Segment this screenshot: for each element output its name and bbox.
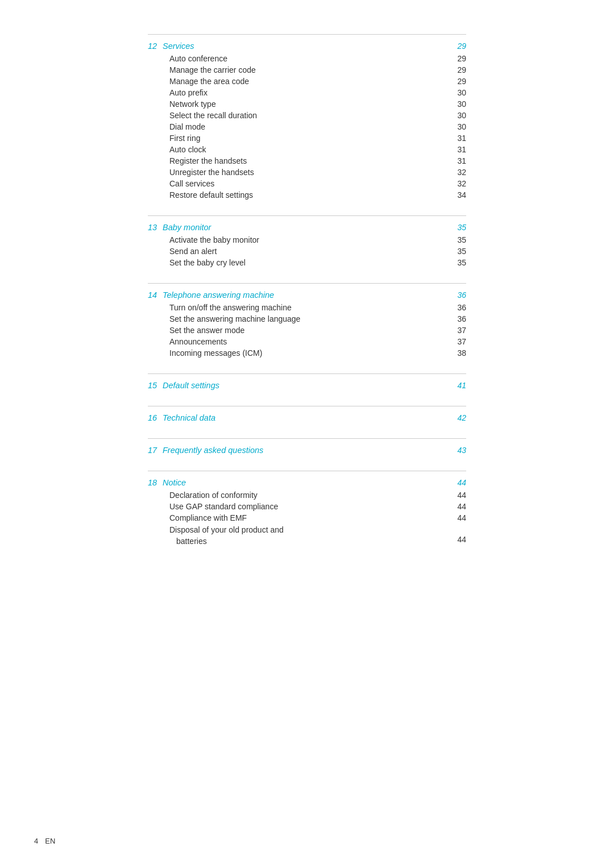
toc-item-auto-clock: Auto clock 31	[148, 145, 466, 154]
section-18: 18 Notice 44 Declaration of conformity 4…	[148, 471, 466, 547]
section-14-title: Telephone answering machine	[160, 290, 449, 300]
section-14-page: 36	[449, 290, 466, 300]
section-16-header: 16 Technical data 42	[148, 413, 466, 422]
section-18-page: 44	[449, 478, 466, 487]
section-12: 12 Services 29 Auto conference 29 Manage…	[148, 34, 466, 200]
section-15-page: 41	[449, 381, 466, 390]
toc-item-emf: Compliance with EMF 44	[148, 513, 466, 522]
section-16-number: 16	[148, 413, 160, 422]
divider-18	[148, 471, 466, 471]
toc-item-call-services: Call services 32	[148, 179, 466, 188]
toc-item-auto-prefix: Auto prefix 30	[148, 88, 466, 97]
footer-language: EN	[45, 837, 55, 845]
section-12-title: Services	[160, 41, 449, 51]
section-15-number: 15	[148, 381, 160, 390]
toc-item-first-ring: First ring 31	[148, 134, 466, 143]
section-17: 17 Frequently asked questions 43	[148, 438, 466, 455]
divider-17	[148, 438, 466, 439]
divider-12	[148, 34, 466, 35]
section-14-number: 14	[148, 290, 160, 300]
toc-item-activate-baby-monitor: Activate the baby monitor 35	[148, 235, 466, 244]
section-13-title: Baby monitor	[160, 223, 449, 232]
section-14: 14 Telephone answering machine 36 Turn o…	[148, 283, 466, 358]
section-17-header: 17 Frequently asked questions 43	[148, 446, 466, 455]
toc-item-disposal: Disposal of your old product andbatterie…	[148, 525, 466, 547]
section-13-header: 13 Baby monitor 35	[148, 223, 466, 232]
toc-item-turn-onoff-answering: Turn on/off the answering machine 36	[148, 303, 466, 312]
toc-item-register-handsets: Register the handsets 31	[148, 156, 466, 165]
page-content: 12 Services 29 Auto conference 29 Manage…	[148, 23, 466, 547]
section-16-page: 42	[449, 413, 466, 422]
toc-item-gap-standard: Use GAP standard compliance 44	[148, 502, 466, 511]
section-15: 15 Default settings 41	[148, 373, 466, 390]
toc-item-restore-defaults: Restore default settings 34	[148, 190, 466, 200]
section-15-header: 15 Default settings 41	[148, 381, 466, 390]
toc-item-answering-language: Set the answering machine language 36	[148, 314, 466, 323]
section-16-title: Technical data	[160, 413, 449, 422]
toc-item-recall-duration: Select the recall duration 30	[148, 111, 466, 120]
toc-item-carrier-code: Manage the carrier code 29	[148, 65, 466, 74]
section-13: 13 Baby monitor 35 Activate the baby mon…	[148, 215, 466, 267]
section-18-header: 18 Notice 44	[148, 478, 466, 487]
section-18-title: Notice	[160, 478, 449, 487]
toc-item-network-type: Network type 30	[148, 99, 466, 109]
toc-item-baby-cry-level: Set the baby cry level 35	[148, 258, 466, 267]
toc-item-area-code: Manage the area code 29	[148, 77, 466, 86]
toc-item-send-alert: Send an alert 35	[148, 247, 466, 256]
toc-item-answer-mode: Set the answer mode 37	[148, 326, 466, 335]
divider-15	[148, 373, 466, 374]
toc-item-announcements: Announcements 37	[148, 337, 466, 346]
toc-item-icm: Incoming messages (ICM) 38	[148, 348, 466, 358]
divider-14	[148, 283, 466, 284]
section-14-header: 14 Telephone answering machine 36	[148, 290, 466, 300]
section-13-page: 35	[449, 223, 466, 232]
section-16: 16 Technical data 42	[148, 406, 466, 422]
section-17-number: 17	[148, 446, 160, 455]
toc-item-auto-conference: Auto conference 29	[148, 54, 466, 63]
section-12-header: 12 Services 29	[148, 41, 466, 51]
section-12-number: 12	[148, 41, 160, 51]
section-18-number: 18	[148, 478, 160, 487]
toc-item-unregister-handsets: Unregister the handsets 32	[148, 168, 466, 177]
toc-item-declaration-conformity: Declaration of conformity 44	[148, 491, 466, 500]
section-17-page: 43	[449, 446, 466, 455]
divider-16	[148, 406, 466, 406]
divider-13	[148, 215, 466, 216]
section-15-title: Default settings	[160, 381, 449, 390]
page-footer: 4 EN	[34, 837, 55, 845]
section-12-page: 29	[449, 41, 466, 51]
section-17-title: Frequently asked questions	[160, 446, 449, 455]
section-13-number: 13	[148, 223, 160, 232]
toc-item-dial-mode: Dial mode 30	[148, 122, 466, 131]
footer-page-number: 4	[34, 837, 38, 845]
